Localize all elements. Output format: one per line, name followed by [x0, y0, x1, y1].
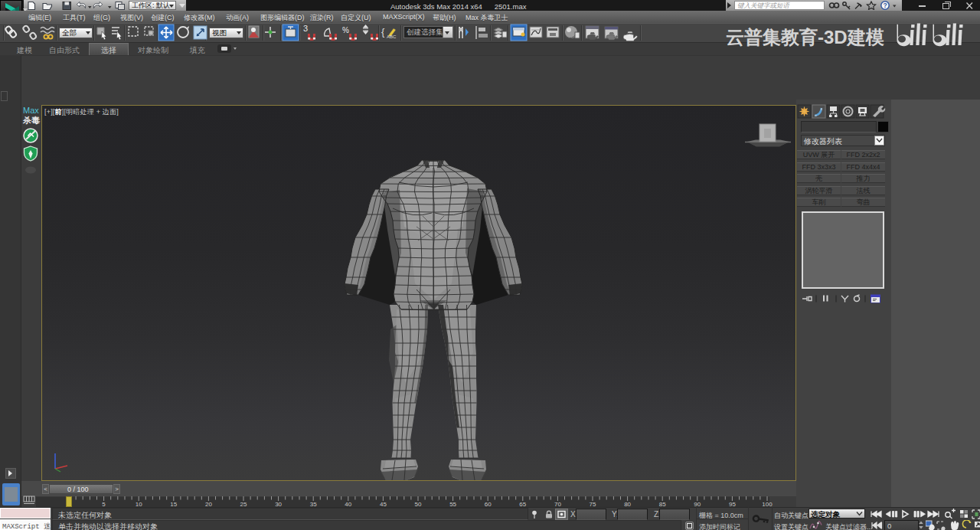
svg-text:45: 45	[380, 501, 387, 508]
svg-text:20: 20	[205, 501, 212, 508]
svg-text:90: 90	[694, 501, 701, 508]
svg-text:35: 35	[310, 501, 317, 508]
svg-text:85: 85	[659, 501, 666, 508]
svg-text:15: 15	[170, 501, 177, 508]
svg-text:50: 50	[415, 501, 422, 508]
svg-text:30: 30	[275, 501, 282, 508]
svg-text:40: 40	[345, 501, 351, 508]
svg-text:5: 5	[102, 501, 106, 508]
svg-text:?: ?	[883, 2, 887, 9]
svg-text:ABC: ABC	[387, 34, 397, 39]
svg-text:{: {	[381, 26, 385, 38]
svg-text:70: 70	[554, 501, 561, 508]
svg-text:60: 60	[485, 501, 492, 508]
svg-text:95: 95	[729, 501, 736, 508]
svg-text:%: %	[342, 26, 349, 34]
svg-text:55: 55	[449, 501, 456, 508]
svg-text:25: 25	[240, 501, 247, 508]
svg-text:3: 3	[303, 24, 308, 33]
svg-text:80: 80	[624, 501, 631, 508]
svg-text:75: 75	[590, 501, 596, 508]
svg-text:10: 10	[136, 501, 142, 508]
svg-text:65: 65	[519, 501, 526, 508]
svg-text:100: 100	[762, 501, 773, 508]
